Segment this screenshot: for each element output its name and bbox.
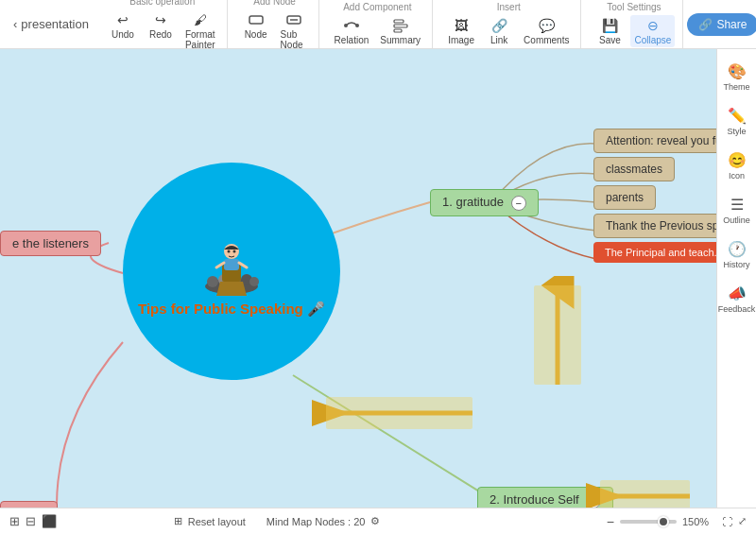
status-right: − 150% ⛶ ⤢ xyxy=(607,514,747,529)
list-view-icon[interactable]: ⊟ xyxy=(26,514,36,528)
center-node[interactable]: Tips for Public Speaking 🎤 xyxy=(123,163,340,380)
center-label: Tips for Public Speaking 🎤 xyxy=(129,301,335,318)
sidebar-feedback-button[interactable]: 📣 Feedback xyxy=(717,279,756,319)
status-center: ⊞ Reset layout Mind Map Nodes : 20 ⚙ xyxy=(174,515,381,527)
sidebar-history-button[interactable]: 🕐 History xyxy=(717,234,756,275)
tool-settings-group: Tool Settings 💾 Save ⊖ Collapse xyxy=(585,0,683,48)
reset-layout-icon: ⊞ xyxy=(174,515,182,527)
collapse-icon: ⊖ xyxy=(644,17,662,34)
classmates-node[interactable]: Thank the Previous spe... xyxy=(593,214,716,238)
node-button[interactable]: Node xyxy=(239,9,273,52)
attention-node[interactable]: The Principal and teach... xyxy=(593,242,716,263)
history-icon: 🕐 xyxy=(728,240,747,258)
svg-rect-27 xyxy=(326,397,472,429)
comments-button[interactable]: 💬 Comments xyxy=(520,15,573,47)
status-bar: ⊞ ⊟ ⬛ ⊞ Reset layout Mind Map Nodes : 20… xyxy=(0,508,756,534)
arrow-left-center xyxy=(312,394,482,432)
theme-icon: 🎨 xyxy=(728,62,747,80)
sub-node-button[interactable]: Sub Node xyxy=(277,9,311,52)
basic-operation-btns: ↩ Undo ↪ Redo 🖌 Format Painter xyxy=(106,9,219,52)
share-icon: 🔗 xyxy=(698,18,713,31)
zoom-out-icon[interactable]: − xyxy=(607,514,614,529)
connection-lines xyxy=(0,49,716,508)
status-left: ⊞ ⊟ ⬛ xyxy=(9,514,57,528)
speaker-icon xyxy=(194,225,269,301)
zoom-slider[interactable] xyxy=(620,520,677,524)
add-component-group: Add Component Relation Summary xyxy=(323,0,434,48)
link-button[interactable]: 🔗 Link xyxy=(482,15,516,47)
listeners-node[interactable]: e the listeners xyxy=(0,231,101,256)
back-button[interactable]: ‹ presentation xyxy=(8,13,94,35)
redo-button[interactable]: ↪ Redo xyxy=(144,9,178,52)
basic-operation-label: Basic operation xyxy=(129,0,195,7)
format-painter-button[interactable]: 🖌 Format Painter xyxy=(181,9,219,52)
feedback-icon: 📣 xyxy=(728,284,747,302)
tool-settings-btns: 💾 Save ⊖ Collapse xyxy=(593,15,675,47)
gratitude-expand-icon[interactable]: − xyxy=(511,196,526,211)
svg-point-3 xyxy=(344,24,348,27)
add-component-label: Add Component xyxy=(343,2,411,12)
grid-view-icon[interactable]: ⊞ xyxy=(9,514,20,528)
fit-screen-icon[interactable]: ⛶ xyxy=(722,516,732,527)
introduce-self-node[interactable]: 2. Introduce Self + xyxy=(477,487,613,508)
introduce-expand-icon[interactable]: + xyxy=(586,493,601,508)
image-icon: 🖼 xyxy=(452,17,471,34)
svg-rect-30 xyxy=(600,480,690,508)
thank-prev-node[interactable]: Attention: reveal you fu... xyxy=(593,129,716,153)
add-node-group: Add Node Node Sub Node xyxy=(232,0,319,48)
node-icon xyxy=(247,11,266,28)
arrow-up-gratitude xyxy=(529,276,586,389)
relation-icon xyxy=(342,17,361,34)
save-icon: 💾 xyxy=(600,17,619,34)
redo-icon: ↪ xyxy=(151,11,170,28)
image-button[interactable]: 🖼 Image xyxy=(444,15,478,47)
share-button[interactable]: 🔗 Share xyxy=(687,13,756,36)
summary-button[interactable]: Summary xyxy=(376,15,424,47)
add-component-btns: Relation Summary xyxy=(331,15,425,47)
link-icon: 🔗 xyxy=(490,17,508,34)
undo-icon: ↩ xyxy=(113,11,132,28)
back-icon: ‹ xyxy=(13,17,17,31)
fullscreen-icon[interactable]: ⬛ xyxy=(42,514,57,528)
svg-rect-5 xyxy=(394,20,404,23)
sidebar-outline-button[interactable]: ☰ Outline xyxy=(717,190,756,231)
gratitude-node[interactable]: 1. gratitude − xyxy=(430,189,539,216)
sidebar-icon-button[interactable]: 😊 Icon xyxy=(717,146,756,186)
svg-rect-24 xyxy=(534,285,581,385)
sub-node-icon xyxy=(284,11,303,28)
reset-layout-label[interactable]: Reset layout xyxy=(188,516,246,527)
mind-map-canvas[interactable]: Tips for Public Speaking 🎤 e the listene… xyxy=(0,49,716,508)
svg-rect-7 xyxy=(394,29,402,32)
nodes-count-label: Mind Map Nodes : 20 xyxy=(266,516,366,527)
tool-settings-label: Tool Settings xyxy=(607,2,661,12)
relation-button[interactable]: Relation xyxy=(331,15,373,47)
summary-icon xyxy=(391,17,410,34)
svg-point-9 xyxy=(207,276,218,287)
sidebar-theme-button[interactable]: 🎨 Theme xyxy=(717,57,756,97)
fullscreen-expand-icon[interactable]: ⤢ xyxy=(738,515,747,527)
svg-marker-15 xyxy=(216,282,247,296)
collapse-button[interactable]: ⊖ Collapse xyxy=(630,15,675,47)
outline-icon: ☰ xyxy=(730,196,744,214)
svg-point-21 xyxy=(233,250,236,253)
principal-node[interactable]: classmates xyxy=(593,157,675,181)
toolbar-right: 🔗 Share 📤 Export xyxy=(687,13,756,36)
zoom-percent: 150% xyxy=(682,516,716,527)
basic-operation-group: Basic operation ↩ Undo ↪ Redo 🖌 Format P… xyxy=(98,0,228,48)
sidebar-style-button[interactable]: ✏️ Style xyxy=(717,101,756,142)
svg-point-4 xyxy=(355,24,359,27)
undo-button[interactable]: ↩ Undo xyxy=(106,9,140,52)
format-painter-icon: 🖌 xyxy=(191,11,210,28)
toolbar: ‹ presentation Basic operation ↩ Undo ↪ … xyxy=(0,0,756,49)
style-icon: ✏️ xyxy=(728,107,747,125)
insert-btns: 🖼 Image 🔗 Link 💬 Comments xyxy=(444,15,573,47)
comments-icon: 💬 xyxy=(537,17,556,34)
parents-node[interactable]: parents xyxy=(593,185,656,210)
save-button[interactable]: 💾 Save xyxy=(593,15,627,47)
right-sidebar: 🎨 Theme ✏️ Style 😊 Icon ☰ Outline 🕐 Hist… xyxy=(716,49,756,508)
add-node-btns: Node Sub Node xyxy=(239,9,311,52)
motivation-node[interactable]: vation xyxy=(0,501,58,508)
settings-icon[interactable]: ⚙ xyxy=(370,515,380,527)
svg-rect-0 xyxy=(249,16,263,24)
svg-rect-17 xyxy=(224,259,239,270)
